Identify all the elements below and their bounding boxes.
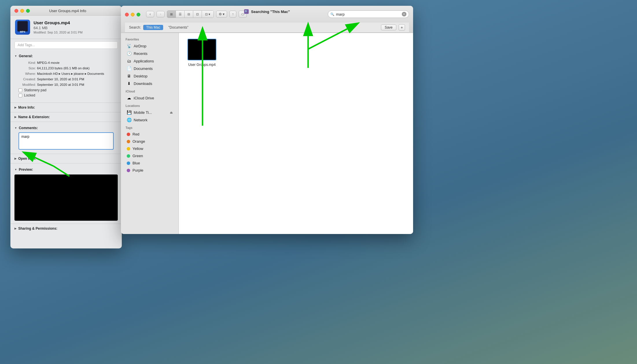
sharing-section[interactable]: ▶ Sharing & Permissions:: [10, 225, 122, 232]
search-scope-label: Search:: [129, 25, 141, 29]
preview-section-header[interactable]: ▼ Preview:: [14, 166, 118, 173]
view-column-button[interactable]: ⊟: [185, 11, 193, 18]
sidebar-item-downloads[interactable]: ⬇ Downloads: [122, 80, 177, 87]
locked-checkbox[interactable]: [19, 94, 22, 97]
sidebar-item-tag-purple[interactable]: Purple: [122, 167, 177, 174]
name-ext-triangle: ▶: [14, 116, 16, 118]
open-with-triangle: ▶: [14, 157, 16, 160]
sidebar-label-network: Network: [134, 118, 148, 122]
file-result-item[interactable]: User Groups.mp4: [185, 39, 219, 67]
sidebar-item-documents[interactable]: 📄 Documents: [122, 65, 177, 72]
view-gallery-button[interactable]: ⊡: [193, 11, 202, 18]
open-with-section[interactable]: ▶ Open with:: [10, 155, 122, 162]
stationery-row: Stationery pad: [19, 88, 118, 92]
view-icon-button[interactable]: ⊞: [167, 11, 176, 18]
locations-header: Locations: [121, 102, 178, 109]
finder-title-text: Searching "This Mac": [251, 10, 290, 14]
divider-4: [10, 154, 122, 154]
comments-section-header[interactable]: ▼ Comments:: [14, 125, 118, 131]
sidebar-item-tag-green[interactable]: Green: [122, 152, 177, 159]
file-icon: [15, 20, 30, 35]
view-arrange-button[interactable]: ⊡ ▾: [202, 11, 213, 18]
size-value: 64,111,233 bytes (65.1 MB on disk): [37, 66, 118, 70]
general-section-header[interactable]: ▼ General:: [14, 53, 118, 59]
locked-label: Locked: [24, 93, 35, 97]
save-button[interactable]: Save: [381, 25, 396, 30]
comments-input[interactable]: marp: [19, 132, 114, 150]
sidebar-item-applications[interactable]: 🗂 Applications: [122, 57, 177, 65]
sidebar-item-mobile-time[interactable]: 💾 Mobile Ti... ⏏: [122, 109, 177, 116]
created-value: September 10, 2020 at 3:01 PM: [37, 77, 118, 81]
forward-button[interactable]: ›: [157, 11, 165, 17]
more-info-section[interactable]: ▶ More Info:: [10, 104, 122, 111]
sidebar-label-recents: Recents: [134, 51, 148, 56]
sidebar-item-icloud-drive[interactable]: ☁ iCloud Drive: [122, 94, 177, 102]
finder-body: Favorites 📡 AirDrop 🕐 Recents 🗂 Applicat…: [121, 33, 413, 234]
sidebar-item-desktop[interactable]: 🖥 Desktop: [122, 72, 177, 80]
orange-tag-dot: [127, 140, 130, 143]
downloads-icon: ⬇: [127, 81, 131, 86]
open-with-label: Open with:: [18, 157, 36, 161]
stationery-checkbox[interactable]: [19, 88, 22, 92]
airdrop-icon: 📡: [127, 44, 131, 48]
gear-action-button[interactable]: ⚙ ▾: [216, 11, 227, 18]
modified-value: September 10, 2020 at 3:01 PM: [37, 82, 118, 87]
sidebar-item-tag-blue[interactable]: Blue: [122, 159, 177, 167]
purple-tag-dot: [127, 169, 130, 172]
red-tag-dot: [127, 133, 130, 136]
kind-label: Kind:: [19, 60, 36, 65]
finder-maximize-button[interactable]: [137, 13, 140, 16]
sidebar-label-mobile-time: Mobile Ti...: [134, 110, 152, 115]
desktop-icon: 🖥: [127, 74, 131, 78]
sidebar-item-network[interactable]: 🌐 Network: [122, 116, 177, 124]
divider-2: [10, 112, 122, 112]
file-icon-preview: [17, 21, 28, 31]
info-titlebar: User Groups.mp4 Info: [10, 6, 122, 16]
preview-section: ▼ Preview:: [10, 165, 122, 222]
sidebar-item-recents[interactable]: 🕐 Recents: [122, 50, 177, 57]
applications-icon: 🗂: [127, 59, 131, 63]
sidebar-item-tag-red[interactable]: Red: [122, 131, 177, 138]
sidebar-item-airdrop[interactable]: 📡 AirDrop: [122, 42, 177, 50]
preview-label: Preview:: [19, 168, 33, 172]
finder-traffic-lights: [125, 13, 140, 16]
divider-6: [10, 224, 122, 224]
general-section: ▼ General: Kind: MPEG-4 movie Size: 64,1…: [10, 51, 122, 101]
name-extension-section[interactable]: ▶ Name & Extension:: [10, 114, 122, 120]
finder-titlebar: ‹ › ⊞ ☰ ⊟ ⊡ ⊡ ▾ ⚙ ▾ ↑: [121, 6, 413, 33]
finder-sidebar: Favorites 📡 AirDrop 🕐 Recents 🗂 Applicat…: [121, 33, 179, 234]
view-list-button[interactable]: ☰: [176, 11, 185, 18]
sidebar-label-applications: Applications: [134, 59, 154, 63]
sidebar-item-tag-orange[interactable]: Orange: [122, 138, 177, 145]
created-label: Created:: [19, 77, 36, 81]
this-mac-scope-button[interactable]: This Mac: [143, 25, 163, 30]
sharing-triangle: ▶: [14, 227, 16, 230]
documents-scope-button[interactable]: "Documents": [165, 25, 191, 30]
divider-1: [10, 103, 122, 103]
sidebar-item-tag-yellow[interactable]: Yellow: [122, 145, 177, 152]
share-button[interactable]: ↑: [229, 11, 236, 18]
finder-window: ‹ › ⊞ ☰ ⊟ ⊡ ⊡ ▾ ⚙ ▾ ↑: [121, 6, 413, 234]
add-criteria-button[interactable]: +: [399, 24, 405, 31]
back-button[interactable]: ‹: [146, 11, 154, 17]
tags-icon: ⬭: [241, 12, 244, 16]
size-row: Size: 64,111,233 bytes (65.1 MB on disk): [19, 66, 118, 70]
finder-close-button[interactable]: [125, 13, 129, 16]
comments-section: ▼ Comments: marp: [10, 123, 122, 153]
search-text: marp: [336, 12, 400, 16]
finder-minimize-button[interactable]: [131, 13, 135, 16]
locked-row: Locked: [19, 93, 118, 97]
eject-icon[interactable]: ⏏: [170, 111, 173, 114]
search-bar[interactable]: 🔍 marp ✕: [328, 10, 409, 18]
more-info-triangle: ▶: [14, 106, 16, 109]
search-clear-button[interactable]: ✕: [402, 12, 406, 16]
general-section-body: Kind: MPEG-4 movie Size: 64,111,233 byte…: [14, 59, 118, 100]
modified-row: Modified: September 10, 2020 at 3:01 PM: [19, 82, 118, 87]
search-scope-bar: Search: This Mac "Documents" Save +: [125, 23, 409, 33]
tags-header: Tags: [121, 124, 178, 131]
general-label: General:: [19, 54, 33, 58]
tags-input[interactable]: Add Tags...: [14, 41, 118, 49]
file-thumbnail: [187, 39, 216, 60]
file-name: User Groups.mp4: [34, 20, 117, 25]
modified-label: Modified:: [19, 82, 36, 87]
